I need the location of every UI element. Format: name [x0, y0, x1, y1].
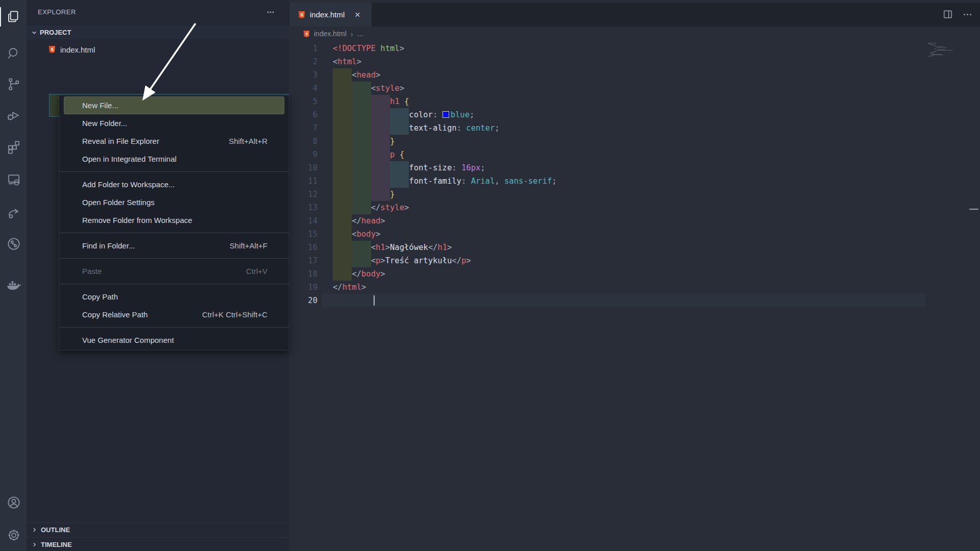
menu-separator [59, 258, 289, 259]
menu-item-reveal-in-file-explorer[interactable]: Reveal in File ExplorerShift+Alt+R [64, 132, 284, 150]
menu-item-label: New Folder... [82, 119, 127, 128]
sidebar-section-outline[interactable]: OUTLINE [27, 522, 289, 537]
sidebar-item-index-html[interactable]: 5 index.html [27, 42, 289, 57]
code-line-3[interactable]: 3<head> [289, 68, 980, 82]
line-number: 5 [289, 95, 317, 108]
scrollbar-thumb[interactable] [969, 209, 978, 210]
active-view-indicator [0, 7, 1, 27]
code-line-2[interactable]: 2<html> [289, 55, 980, 68]
line-number: 16 [289, 241, 317, 254]
search-icon[interactable] [4, 44, 23, 63]
remote-explorer-icon[interactable] [4, 170, 23, 189]
menu-item-new-file[interactable]: New File... [64, 96, 284, 114]
git-graph-icon[interactable] [4, 234, 23, 254]
menu-item-label: Add Folder to Workspace... [82, 180, 175, 189]
docker-icon[interactable] [4, 276, 23, 295]
code-line-19[interactable]: 19</html> [289, 281, 980, 294]
code-line-9[interactable]: 9p { [289, 148, 980, 161]
breadcrumb-file[interactable]: index.html [314, 30, 347, 38]
menu-item-copy-path[interactable]: Copy Path [64, 288, 284, 306]
account-icon[interactable] [4, 493, 23, 512]
line-number: 4 [289, 82, 317, 95]
text-cursor [374, 295, 375, 306]
code-line-1[interactable]: 1<!DOCTYPE html> [289, 42, 980, 55]
outline-label: OUTLINE [41, 526, 70, 534]
menu-item-remove-folder-from-workspace[interactable]: Remove Folder from Workspace [64, 211, 284, 229]
run-debug-icon[interactable] [4, 106, 23, 125]
settings-gear-icon[interactable] [4, 525, 23, 545]
menu-item-shortcut: Ctrl+V [246, 267, 267, 276]
line-number: 14 [289, 214, 317, 228]
explorer-title: EXPLORER [38, 8, 76, 16]
code-line-5[interactable]: 5h1 { [289, 95, 980, 108]
code-line-4[interactable]: 4<style> [289, 82, 980, 95]
minimap-line [928, 56, 932, 57]
explorer-more-actions-icon[interactable] [265, 7, 276, 17]
extensions-icon[interactable] [4, 137, 23, 157]
code-line-15[interactable]: 15<body> [289, 228, 980, 241]
menu-item-open-folder-settings[interactable]: Open Folder Settings [64, 193, 284, 211]
line-number: 15 [289, 228, 317, 241]
code-line-17[interactable]: 17<p>Treść artykułu</p> [289, 254, 980, 267]
menu-separator [59, 327, 289, 328]
chevron-down-icon [31, 29, 38, 36]
source-control-icon[interactable] [4, 74, 23, 94]
menu-item-shortcut: Shift+Alt+F [230, 241, 267, 250]
html5-file-icon: 5 [303, 30, 310, 38]
menu-item-vue-generator-component[interactable]: Vue Generator Component [64, 331, 284, 349]
sidebar-item-project[interactable]: PROJECT [27, 26, 289, 39]
line-number: 13 [289, 201, 317, 214]
line-number: 12 [289, 188, 317, 201]
svg-text:5: 5 [51, 47, 54, 52]
split-editor-icon[interactable] [942, 9, 953, 20]
activity-bar [0, 0, 27, 551]
menu-item-shortcut: Ctrl+K Ctrl+Shift+C [202, 310, 267, 319]
breadcrumb-more[interactable]: ... [357, 30, 363, 38]
chevron-right-icon: › [351, 30, 353, 38]
minimap[interactable] [928, 43, 959, 58]
menu-item-find-in-folder[interactable]: Find in Folder...Shift+Alt+F [64, 237, 284, 255]
line-number: 3 [289, 68, 317, 82]
code-line-12[interactable]: 12} [289, 188, 980, 201]
code-line-14[interactable]: 14</head> [289, 214, 980, 228]
menu-item-add-folder-to-workspace[interactable]: Add Folder to Workspace... [64, 176, 284, 193]
code-line-18[interactable]: 18</body> [289, 267, 980, 281]
code-line-6[interactable]: 6color: blue; [289, 108, 980, 121]
explorer-icon[interactable] [4, 7, 23, 27]
line-number: 8 [289, 135, 317, 148]
menu-item-label: Copy Path [82, 292, 118, 301]
menu-item-label: Paste [82, 267, 102, 276]
code-line-7[interactable]: 7text-align: center; [289, 121, 980, 135]
svg-text:5: 5 [305, 31, 308, 36]
minimap-line [937, 47, 947, 48]
file-name-label: index.html [60, 45, 95, 54]
code-line-11[interactable]: 11font-family: Arial, sans-serif; [289, 174, 980, 188]
menu-item-copy-relative-path[interactable]: Copy Relative PathCtrl+K Ctrl+Shift+C [64, 306, 284, 323]
menu-separator [59, 284, 289, 284]
sidebar-section-timeline[interactable]: TIMELINE [27, 537, 289, 551]
menu-item-shortcut: Shift+Alt+R [229, 137, 267, 145]
code-line-13[interactable]: 13</style> [289, 201, 980, 214]
code-line-8[interactable]: 8} [289, 135, 980, 148]
more-actions-icon[interactable] [962, 9, 973, 20]
vscode-window: EXPLORER PROJECT 5 index.html OUTLINE TI… [0, 0, 980, 551]
menu-item-open-in-integrated-terminal[interactable]: Open in Integrated Terminal [64, 150, 284, 168]
code-line-16[interactable]: 16<h1>Nagłówek</h1> [289, 241, 980, 254]
menu-item-label: Remove Folder from Workspace [82, 216, 192, 224]
code-line-20[interactable]: 20 [289, 294, 980, 307]
close-tab-icon[interactable]: ✕ [352, 9, 363, 20]
chevron-right-icon [31, 541, 38, 548]
minimap-line [937, 50, 953, 51]
editor-actions [942, 9, 973, 20]
editor-area: 5 index.html ✕ 5 index.html › ... 1<!DOC… [289, 0, 980, 551]
menu-item-new-folder[interactable]: New Folder... [64, 114, 284, 132]
css-color-swatch[interactable] [443, 111, 449, 118]
code-line-10[interactable]: 10font-size: 16px; [289, 161, 980, 174]
live-share-icon[interactable] [4, 203, 23, 222]
timeline-label: TIMELINE [41, 541, 72, 548]
line-number: 19 [289, 281, 317, 294]
menu-item-label: New File... [82, 101, 118, 110]
breadcrumb: 5 index.html › ... [289, 27, 980, 41]
project-folder-label: PROJECT [40, 29, 71, 36]
tab-index-html[interactable]: 5 index.html ✕ [289, 3, 372, 27]
